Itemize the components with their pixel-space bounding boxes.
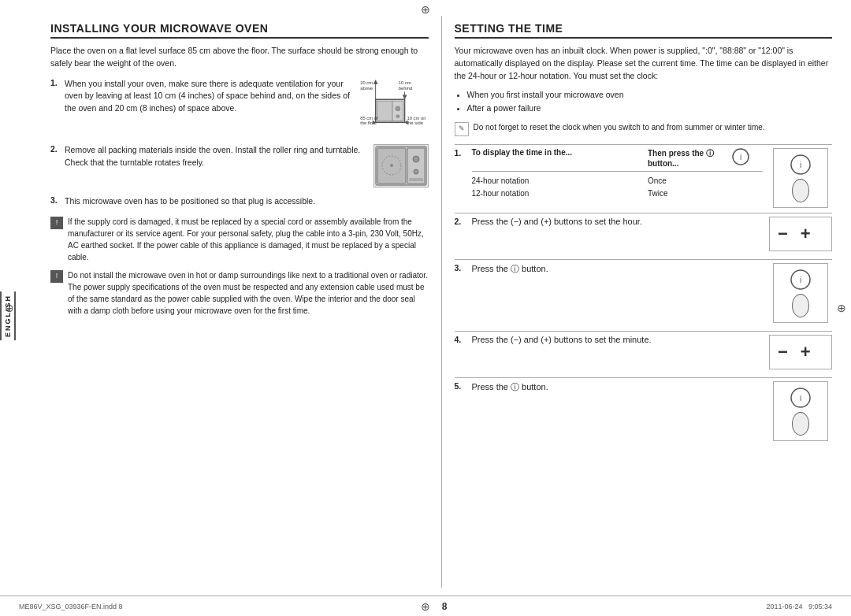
svg-marker-3 bbox=[373, 79, 377, 83]
left-note-2: ! Do not install the microwave oven in h… bbox=[50, 269, 429, 317]
time-step-2-num: 2. bbox=[455, 217, 466, 226]
time-step-1-content: To display the time in the... Then press… bbox=[472, 148, 764, 200]
bullet-item-1: When you first install your microwave ov… bbox=[467, 88, 833, 102]
footer: ME86V_XSG_03936F-EN.indd 8 8 2011-06-24 … bbox=[0, 596, 851, 616]
left-step-2-num: 2. bbox=[50, 144, 61, 187]
svg-text:20 cm: 20 cm bbox=[360, 80, 373, 84]
right-column: SETTING THE TIME Your microwave oven has… bbox=[442, 16, 833, 588]
step5-illustration: i bbox=[769, 381, 832, 441]
sidebar: ENGLISH bbox=[0, 47, 16, 584]
time-step-1: 1. To display the time in the... Then pr… bbox=[455, 148, 833, 208]
left-step-1-text: When you install your oven, make sure th… bbox=[65, 78, 351, 137]
minus-symbol-2: − bbox=[778, 342, 788, 362]
table-row-12: 12-hour notation Twice bbox=[472, 187, 764, 200]
svg-point-12 bbox=[396, 114, 399, 117]
right-intro: Your microwave oven has an inbuilt clock… bbox=[455, 45, 833, 82]
bullet-item-2: After a power failure bbox=[467, 102, 833, 115]
divider-4 bbox=[455, 331, 833, 332]
left-step-3-num: 3. bbox=[50, 195, 61, 208]
svg-point-11 bbox=[395, 106, 399, 110]
left-step-1: 1. When you install your oven, make sure… bbox=[50, 78, 429, 137]
oven-clearance-diagram: 20 cm above 10 cm behind bbox=[358, 78, 429, 137]
time-step-1-num: 1. bbox=[455, 148, 466, 158]
svg-text:i: i bbox=[800, 161, 801, 169]
step3-illustration: i bbox=[769, 263, 832, 323]
plus-symbol-2: + bbox=[801, 342, 811, 362]
divider-2 bbox=[455, 213, 833, 213]
reg-mark-top: ⊕ bbox=[419, 3, 432, 16]
footer-page-number: 8 bbox=[442, 601, 448, 612]
left-note-1: ! If the supply cord is damaged, it must… bbox=[50, 216, 429, 263]
footer-file: ME86V_XSG_03936F-EN.indd 8 bbox=[19, 603, 123, 610]
td-24h-press: Once bbox=[648, 175, 719, 187]
svg-text:i: i bbox=[740, 153, 741, 161]
th-then: Then press the ⓘ button... bbox=[648, 148, 719, 168]
time-table-header: To display the time in the... Then press… bbox=[472, 148, 764, 168]
right-note-box: ✎ Do not forget to reset the clock when … bbox=[455, 121, 833, 136]
step1-illustration: i bbox=[769, 148, 832, 208]
right-section-title: SETTING THE TIME bbox=[455, 22, 833, 39]
svg-text:the side: the side bbox=[407, 121, 422, 125]
time-step-5: 5. Press the ⓘ button. i bbox=[455, 381, 833, 441]
time-step-3-text: Press the ⓘ button. bbox=[472, 263, 764, 275]
time-step-5-num: 5. bbox=[455, 381, 466, 391]
svg-point-27 bbox=[413, 156, 419, 162]
svg-text:above: above bbox=[360, 85, 373, 90]
warning-icon-1: ! bbox=[50, 217, 63, 229]
step2-illustration: − + bbox=[769, 217, 832, 251]
svg-point-26 bbox=[390, 164, 393, 167]
th-display: To display the time in the... bbox=[472, 148, 648, 168]
left-step-3-text: This microwave oven has to be positioned… bbox=[65, 195, 429, 208]
minus-symbol: − bbox=[778, 224, 788, 244]
td-12h-icon bbox=[719, 187, 763, 200]
svg-text:i: i bbox=[800, 276, 801, 284]
svg-text:behind: behind bbox=[398, 85, 412, 90]
svg-text:i: i bbox=[800, 394, 801, 403]
time-step-3: 3. Press the ⓘ button. i bbox=[455, 263, 833, 323]
td-24h-icon bbox=[719, 175, 763, 187]
svg-point-28 bbox=[414, 169, 418, 174]
left-step-1-content: When you install your oven, make sure th… bbox=[65, 78, 429, 137]
time-step-2: 2. Press the (−) and (+) buttons to set … bbox=[455, 217, 833, 251]
left-step-2: 2. Remove all packing materials inside t… bbox=[50, 144, 429, 187]
step4-illustration: − + bbox=[769, 335, 832, 369]
time-step-4-text: Press the (−) and (+) buttons to set the… bbox=[472, 335, 764, 344]
time-step-5-text: Press the ⓘ button. bbox=[472, 381, 764, 393]
footer-datetime: 2011-06-24 9:05:34 bbox=[766, 603, 832, 610]
left-step-2-text: Remove all packing materials inside the … bbox=[65, 144, 367, 187]
svg-text:10 cm: 10 cm bbox=[398, 80, 411, 84]
left-step-3: 3. This microwave oven has to be positio… bbox=[50, 195, 429, 208]
table-hr bbox=[472, 171, 764, 172]
td-12h-label: 12-hour notation bbox=[472, 187, 648, 200]
reg-mark-right: ⊕ bbox=[835, 302, 848, 314]
left-step-2-content: Remove all packing materials inside the … bbox=[65, 144, 429, 187]
time-step-4: 4. Press the (−) and (+) buttons to set … bbox=[455, 335, 833, 369]
right-note-text: Do not forget to reset the clock when yo… bbox=[474, 121, 765, 133]
divider-3 bbox=[455, 259, 833, 260]
svg-rect-9 bbox=[377, 101, 392, 121]
svg-marker-7 bbox=[402, 95, 407, 99]
left-intro: Place the oven on a flat level surface 8… bbox=[50, 45, 429, 70]
svg-text:85 cm of: 85 cm of bbox=[360, 115, 378, 120]
svg-text:10 cm on: 10 cm on bbox=[407, 115, 426, 120]
td-12h-press: Twice bbox=[648, 187, 719, 200]
divider-5 bbox=[455, 377, 833, 378]
warning-icon-2: ! bbox=[50, 270, 63, 283]
divider-1 bbox=[455, 144, 833, 145]
th-icon: i bbox=[719, 148, 763, 168]
left-step-1-num: 1. bbox=[50, 78, 61, 137]
time-step-3-num: 3. bbox=[455, 263, 466, 273]
right-bullet-list: When you first install your microwave ov… bbox=[467, 88, 833, 115]
time-step-4-num: 4. bbox=[455, 335, 466, 344]
left-section-title: INSTALLING YOUR MICROWAVE OVEN bbox=[50, 22, 429, 39]
left-note-1-text: If the supply cord is damaged, it must b… bbox=[68, 216, 429, 263]
plus-symbol: + bbox=[801, 224, 811, 244]
sidebar-label: ENGLISH bbox=[0, 291, 16, 340]
svg-rect-29 bbox=[409, 178, 423, 181]
left-note-2-text: Do not install the microwave oven in hot… bbox=[68, 269, 429, 317]
time-step-2-text: Press the (−) and (+) buttons to set the… bbox=[472, 217, 764, 226]
table-row-24: 24-hour notation Once bbox=[472, 175, 764, 187]
left-column: INSTALLING YOUR MICROWAVE OVEN Place the… bbox=[50, 16, 442, 588]
td-24h-label: 24-hour notation bbox=[472, 175, 648, 187]
oven-photo bbox=[373, 144, 429, 187]
